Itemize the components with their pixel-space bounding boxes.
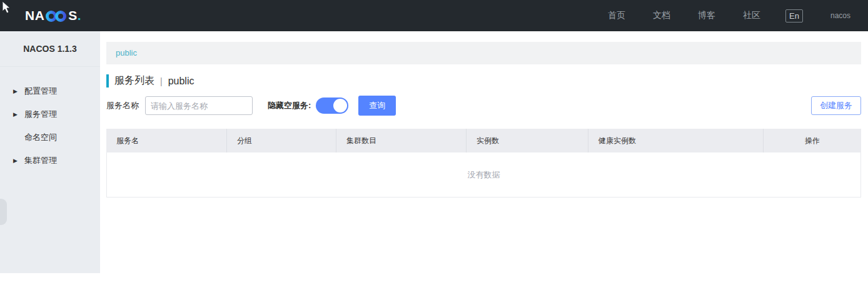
column-header-cluster-count: 集群数目 [336, 129, 466, 152]
sidebar-item-label: 配置管理 [24, 86, 57, 97]
sidebar-item-cluster-management[interactable]: ▶ 集群管理 [0, 149, 100, 172]
nacos-console: NA S . 首页 文档 博客 社区 En nacos [0, 0, 868, 295]
column-header-healthy-instance-count: 健康实例数 [588, 129, 763, 152]
sidebar-collapse-handle[interactable] [0, 199, 7, 225]
search-button[interactable]: 查询 [358, 96, 396, 116]
sidebar-menu: ▶ 配置管理 ▶ 服务管理 ▶ 命名空间 ▶ 集群管理 [0, 67, 100, 172]
breadcrumb: public [106, 42, 861, 64]
logo-text-right: S [68, 8, 78, 23]
sidebar-item-label: 命名空间 [24, 132, 57, 143]
title-separator: | [160, 76, 163, 86]
user-menu[interactable]: nacos [830, 11, 850, 20]
service-list-table: 服务名 分组 集群数目 实例数 健康实例数 操作 没有数据 [106, 129, 861, 198]
chevron-right-icon: ▶ [13, 158, 24, 164]
chevron-right-icon: ▶ [13, 111, 24, 118]
sidebar-item-service-management[interactable]: ▶ 服务管理 [0, 102, 100, 126]
breadcrumb-namespace-public[interactable]: public [116, 48, 137, 58]
infinity-icon [45, 10, 68, 22]
create-service-button[interactable]: 创建服务 [811, 96, 861, 115]
hide-empty-service-label: 隐藏空服务: [268, 100, 311, 111]
table-empty-body: 没有数据 [106, 152, 861, 198]
main-content: public 服务列表 | public 服务名称 隐藏空服务: 查询 创建服务 [100, 31, 868, 198]
nav-docs[interactable]: 文档 [653, 10, 670, 21]
nav-home[interactable]: 首页 [608, 10, 625, 21]
sidebar-item-namespace[interactable]: ▶ 命名空间 [0, 126, 100, 149]
top-navigation: 首页 文档 博客 社区 En nacos [580, 9, 850, 22]
page-title-text: 服务列表 [114, 74, 154, 88]
top-header-bar: NA S . 首页 文档 博客 社区 En nacos [0, 0, 868, 31]
sidebar-item-label: 集群管理 [24, 155, 57, 166]
nacos-logo[interactable]: NA S . [25, 8, 81, 23]
toggle-knob [333, 99, 347, 112]
column-header-service-name: 服务名 [106, 129, 226, 152]
sidebar-version-title: NACOS 1.1.3 [0, 31, 100, 67]
column-header-instance-count: 实例数 [466, 129, 588, 152]
language-switch-button[interactable]: En [785, 9, 803, 22]
sidebar-item-label: 服务管理 [24, 109, 57, 120]
logo-text-left: NA [25, 8, 44, 23]
no-data-text: 没有数据 [468, 169, 500, 181]
mouse-cursor-icon [1, 1, 13, 18]
column-header-operations: 操作 [763, 129, 861, 152]
title-accent-bar [106, 74, 109, 88]
nav-community[interactable]: 社区 [743, 10, 760, 21]
search-toolbar: 服务名称 隐藏空服务: 查询 创建服务 [106, 96, 861, 116]
logo-dot: . [78, 8, 81, 23]
column-header-group: 分组 [226, 129, 336, 152]
hide-empty-toggle[interactable] [316, 98, 348, 114]
chevron-right-icon: ▶ [13, 88, 24, 94]
page-title-namespace: public [168, 76, 194, 87]
nav-blog[interactable]: 博客 [698, 10, 715, 21]
sidebar-item-config-management[interactable]: ▶ 配置管理 [0, 79, 100, 102]
page-title: 服务列表 | public [106, 74, 861, 88]
sidebar: NACOS 1.1.3 ▶ 配置管理 ▶ 服务管理 ▶ 命名空间 ▶ 集群管理 [0, 31, 100, 273]
service-name-input[interactable] [145, 96, 253, 115]
table-header-row: 服务名 分组 集群数目 实例数 健康实例数 操作 [106, 129, 861, 152]
service-name-label: 服务名称 [106, 100, 139, 111]
